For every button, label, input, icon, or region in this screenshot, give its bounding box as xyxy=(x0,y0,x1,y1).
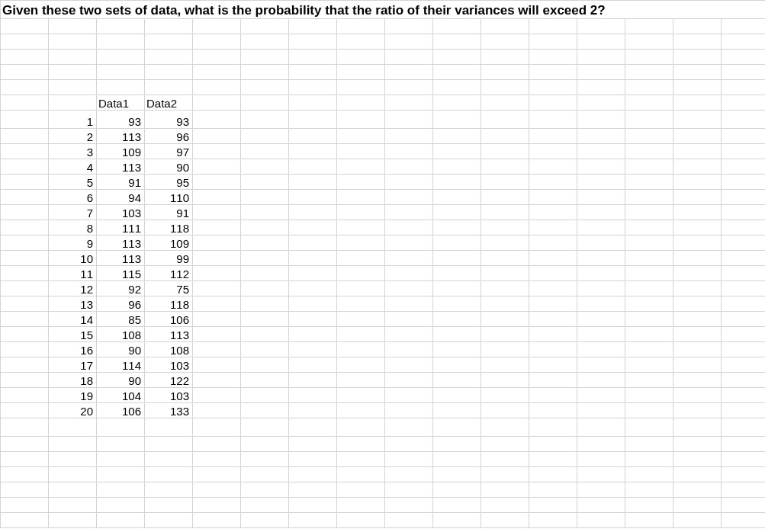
data-row: 19393 xyxy=(1,111,766,129)
data2-value[interactable]: 97 xyxy=(145,144,193,159)
row-index[interactable]: 4 xyxy=(49,159,97,175)
data-row: 1011399 xyxy=(1,251,766,266)
empty-row xyxy=(1,19,766,34)
empty-row xyxy=(1,418,766,437)
empty-row xyxy=(1,452,766,467)
data-row: 8111118 xyxy=(1,220,766,236)
data1-value[interactable]: 103 xyxy=(97,205,145,220)
row-index[interactable]: 1 xyxy=(49,111,97,129)
data1-value[interactable]: 96 xyxy=(97,296,145,312)
row-index[interactable]: 8 xyxy=(49,220,97,236)
row-index[interactable]: 19 xyxy=(49,388,97,403)
data1-value[interactable]: 108 xyxy=(97,327,145,342)
data-row: 710391 xyxy=(1,205,766,220)
spreadsheet-grid[interactable]: Given these two sets of data, what is th… xyxy=(0,0,765,528)
data-row: 19104103 xyxy=(1,388,766,403)
header-data1: Data1 xyxy=(97,95,145,111)
empty-row xyxy=(1,34,766,50)
row-index[interactable]: 11 xyxy=(49,266,97,281)
data2-value[interactable]: 95 xyxy=(145,175,193,190)
data2-value[interactable]: 133 xyxy=(145,403,193,418)
row-index[interactable]: 17 xyxy=(49,357,97,373)
data-row: 11115112 xyxy=(1,266,766,281)
header-row: Data1 Data2 xyxy=(1,95,766,111)
empty-row xyxy=(1,437,766,452)
row-index[interactable]: 13 xyxy=(49,296,97,312)
header-data2: Data2 xyxy=(145,95,193,111)
data1-value[interactable]: 113 xyxy=(97,159,145,175)
data1-value[interactable]: 94 xyxy=(97,190,145,205)
data1-value[interactable]: 85 xyxy=(97,312,145,327)
data1-value[interactable]: 91 xyxy=(97,175,145,190)
row-index[interactable]: 5 xyxy=(49,175,97,190)
row-index[interactable]: 3 xyxy=(49,144,97,159)
empty-row xyxy=(1,513,766,528)
data-row: 1890122 xyxy=(1,373,766,388)
data-row: 59195 xyxy=(1,175,766,190)
row-index[interactable]: 15 xyxy=(49,327,97,342)
data-row: 694110 xyxy=(1,190,766,205)
data1-value[interactable]: 109 xyxy=(97,144,145,159)
data2-value[interactable]: 106 xyxy=(145,312,193,327)
title-row: Given these two sets of data, what is th… xyxy=(1,1,766,19)
row-index[interactable]: 14 xyxy=(49,312,97,327)
empty-row xyxy=(1,50,766,65)
data2-value[interactable]: 75 xyxy=(145,281,193,296)
empty-row xyxy=(1,65,766,80)
data2-value[interactable]: 91 xyxy=(145,205,193,220)
data1-value[interactable]: 111 xyxy=(97,220,145,236)
data2-value[interactable]: 110 xyxy=(145,190,193,205)
data1-value[interactable]: 92 xyxy=(97,281,145,296)
data-row: 20106133 xyxy=(1,403,766,418)
data1-value[interactable]: 113 xyxy=(97,236,145,251)
empty-row xyxy=(1,498,766,513)
row-index[interactable]: 9 xyxy=(49,236,97,251)
data-row: 411390 xyxy=(1,159,766,175)
empty-row xyxy=(1,482,766,498)
row-index[interactable]: 16 xyxy=(49,342,97,357)
row-index[interactable]: 12 xyxy=(49,281,97,296)
data2-value[interactable]: 122 xyxy=(145,373,193,388)
row-index[interactable]: 20 xyxy=(49,403,97,418)
data2-value[interactable]: 96 xyxy=(145,129,193,144)
row-index[interactable]: 6 xyxy=(49,190,97,205)
data2-value[interactable]: 118 xyxy=(145,220,193,236)
data2-value[interactable]: 93 xyxy=(145,111,193,129)
data-row: 1485106 xyxy=(1,312,766,327)
data2-value[interactable]: 108 xyxy=(145,342,193,357)
data-row: 211396 xyxy=(1,129,766,144)
data-row: 9113109 xyxy=(1,236,766,251)
data2-value[interactable]: 99 xyxy=(145,251,193,266)
data2-value[interactable]: 112 xyxy=(145,266,193,281)
data2-value[interactable]: 103 xyxy=(145,388,193,403)
data-row: 17114103 xyxy=(1,357,766,373)
row-index[interactable]: 18 xyxy=(49,373,97,388)
empty-row xyxy=(1,467,766,482)
data1-value[interactable]: 106 xyxy=(97,403,145,418)
data-row: 310997 xyxy=(1,144,766,159)
data1-value[interactable]: 93 xyxy=(97,111,145,129)
data2-value[interactable]: 118 xyxy=(145,296,193,312)
data2-value[interactable]: 113 xyxy=(145,327,193,342)
data-row: 15108113 xyxy=(1,327,766,342)
data1-value[interactable]: 113 xyxy=(97,129,145,144)
row-index[interactable]: 10 xyxy=(49,251,97,266)
empty-row xyxy=(1,80,766,95)
data2-value[interactable]: 109 xyxy=(145,236,193,251)
question-title: Given these two sets of data, what is th… xyxy=(1,1,766,19)
data1-value[interactable]: 90 xyxy=(97,342,145,357)
data2-value[interactable]: 103 xyxy=(145,357,193,373)
data1-value[interactable]: 104 xyxy=(97,388,145,403)
data2-value[interactable]: 90 xyxy=(145,159,193,175)
data1-value[interactable]: 90 xyxy=(97,373,145,388)
data-row: 129275 xyxy=(1,281,766,296)
data1-value[interactable]: 113 xyxy=(97,251,145,266)
row-index[interactable]: 7 xyxy=(49,205,97,220)
data-row: 1690108 xyxy=(1,342,766,357)
data1-value[interactable]: 114 xyxy=(97,357,145,373)
data-row: 1396118 xyxy=(1,296,766,312)
data1-value[interactable]: 115 xyxy=(97,266,145,281)
row-index[interactable]: 2 xyxy=(49,129,97,144)
